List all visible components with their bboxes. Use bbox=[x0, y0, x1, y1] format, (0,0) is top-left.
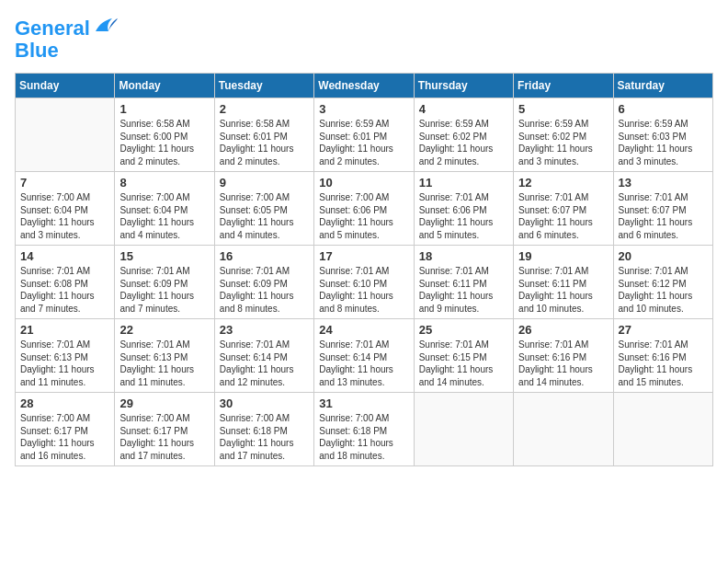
day-info: Sunrise: 7:01 AMSunset: 6:06 PMDaylight:… bbox=[419, 191, 508, 241]
calendar-week-row: 7Sunrise: 7:00 AMSunset: 6:04 PMDaylight… bbox=[16, 172, 713, 246]
day-info: Sunrise: 7:01 AMSunset: 6:09 PMDaylight:… bbox=[220, 265, 309, 315]
calendar-day-cell: 7Sunrise: 7:00 AMSunset: 6:04 PMDaylight… bbox=[16, 172, 115, 246]
day-number: 25 bbox=[419, 323, 508, 337]
calendar-day-cell: 16Sunrise: 7:01 AMSunset: 6:09 PMDayligh… bbox=[214, 246, 313, 319]
weekday-header-cell: Sunday bbox=[16, 74, 115, 98]
day-info: Sunrise: 7:00 AMSunset: 6:06 PMDaylight:… bbox=[319, 191, 408, 241]
calendar-day-cell: 23Sunrise: 7:01 AMSunset: 6:14 PMDayligh… bbox=[214, 319, 313, 393]
day-info: Sunrise: 7:00 AMSunset: 6:04 PMDaylight:… bbox=[119, 191, 209, 241]
calendar-day-cell: 17Sunrise: 7:01 AMSunset: 6:10 PMDayligh… bbox=[314, 246, 414, 319]
calendar-day-cell: 9Sunrise: 7:00 AMSunset: 6:05 PMDaylight… bbox=[214, 172, 313, 246]
logo-text: General bbox=[15, 15, 118, 40]
day-info: Sunrise: 7:01 AMSunset: 6:14 PMDaylight:… bbox=[220, 339, 309, 388]
weekday-header-cell: Thursday bbox=[414, 74, 513, 98]
calendar-day-cell bbox=[414, 393, 513, 466]
day-info: Sunrise: 7:01 AMSunset: 6:12 PMDaylight:… bbox=[619, 265, 708, 315]
day-info: Sunrise: 7:01 AMSunset: 6:10 PMDaylight:… bbox=[319, 265, 408, 315]
day-number: 16 bbox=[220, 249, 309, 263]
day-number: 11 bbox=[419, 176, 508, 190]
calendar-day-cell: 12Sunrise: 7:01 AMSunset: 6:07 PMDayligh… bbox=[514, 172, 613, 246]
day-info: Sunrise: 7:00 AMSunset: 6:17 PMDaylight:… bbox=[119, 412, 209, 462]
day-info: Sunrise: 7:01 AMSunset: 6:11 PMDaylight:… bbox=[419, 265, 508, 315]
day-number: 22 bbox=[119, 323, 209, 337]
calendar-day-cell bbox=[514, 393, 613, 466]
day-info: Sunrise: 7:01 AMSunset: 6:13 PMDaylight:… bbox=[119, 339, 209, 388]
day-number: 5 bbox=[518, 102, 608, 116]
calendar-day-cell: 6Sunrise: 6:59 AMSunset: 6:03 PMDaylight… bbox=[613, 98, 712, 172]
day-number: 9 bbox=[220, 176, 309, 190]
weekday-header-cell: Friday bbox=[514, 74, 613, 98]
calendar-body: 1Sunrise: 6:58 AMSunset: 6:00 PMDaylight… bbox=[16, 98, 713, 466]
calendar-day-cell bbox=[16, 98, 115, 172]
day-info: Sunrise: 7:01 AMSunset: 6:16 PMDaylight:… bbox=[619, 339, 708, 388]
calendar-day-cell: 1Sunrise: 6:58 AMSunset: 6:00 PMDaylight… bbox=[115, 98, 214, 172]
weekday-header-row: SundayMondayTuesdayWednesdayThursdayFrid… bbox=[16, 74, 713, 98]
day-number: 29 bbox=[119, 396, 209, 410]
calendar-day-cell: 29Sunrise: 7:00 AMSunset: 6:17 PMDayligh… bbox=[115, 393, 214, 466]
day-info: Sunrise: 6:59 AMSunset: 6:02 PMDaylight:… bbox=[419, 118, 508, 167]
day-number: 21 bbox=[20, 323, 109, 337]
day-info: Sunrise: 7:00 AMSunset: 6:18 PMDaylight:… bbox=[220, 412, 309, 462]
day-info: Sunrise: 7:01 AMSunset: 6:16 PMDaylight:… bbox=[518, 339, 608, 388]
calendar-day-cell: 18Sunrise: 7:01 AMSunset: 6:11 PMDayligh… bbox=[414, 246, 513, 319]
day-info: Sunrise: 6:59 AMSunset: 6:03 PMDaylight:… bbox=[619, 118, 708, 167]
calendar-day-cell: 10Sunrise: 7:00 AMSunset: 6:06 PMDayligh… bbox=[314, 172, 414, 246]
weekday-header-cell: Wednesday bbox=[314, 74, 414, 98]
day-info: Sunrise: 7:00 AMSunset: 6:18 PMDaylight:… bbox=[319, 412, 408, 462]
calendar-day-cell bbox=[613, 393, 712, 466]
day-info: Sunrise: 7:01 AMSunset: 6:07 PMDaylight:… bbox=[518, 191, 608, 241]
day-number: 2 bbox=[220, 102, 309, 116]
calendar-table: SundayMondayTuesdayWednesdayThursdayFrid… bbox=[15, 73, 713, 466]
calendar-day-cell: 5Sunrise: 6:59 AMSunset: 6:02 PMDaylight… bbox=[514, 98, 613, 172]
page-header: General Blue bbox=[15, 15, 713, 62]
day-info: Sunrise: 7:01 AMSunset: 6:07 PMDaylight:… bbox=[619, 191, 708, 241]
weekday-header-cell: Saturday bbox=[613, 74, 712, 98]
day-number: 14 bbox=[20, 249, 109, 263]
calendar-day-cell: 26Sunrise: 7:01 AMSunset: 6:16 PMDayligh… bbox=[514, 319, 613, 393]
day-number: 24 bbox=[319, 323, 408, 337]
calendar-day-cell: 27Sunrise: 7:01 AMSunset: 6:16 PMDayligh… bbox=[613, 319, 712, 393]
day-info: Sunrise: 7:01 AMSunset: 6:14 PMDaylight:… bbox=[319, 339, 408, 388]
calendar-day-cell: 4Sunrise: 6:59 AMSunset: 6:02 PMDaylight… bbox=[414, 98, 513, 172]
logo-bird-icon bbox=[92, 15, 118, 35]
calendar-day-cell: 21Sunrise: 7:01 AMSunset: 6:13 PMDayligh… bbox=[16, 319, 115, 393]
day-info: Sunrise: 7:01 AMSunset: 6:08 PMDaylight:… bbox=[20, 265, 109, 315]
day-info: Sunrise: 7:01 AMSunset: 6:15 PMDaylight:… bbox=[419, 339, 508, 388]
calendar-day-cell: 24Sunrise: 7:01 AMSunset: 6:14 PMDayligh… bbox=[314, 319, 414, 393]
weekday-header-cell: Monday bbox=[115, 74, 214, 98]
day-number: 17 bbox=[319, 249, 408, 263]
logo-text-blue: Blue bbox=[15, 40, 118, 62]
day-info: Sunrise: 6:58 AMSunset: 6:00 PMDaylight:… bbox=[119, 118, 209, 167]
day-info: Sunrise: 6:58 AMSunset: 6:01 PMDaylight:… bbox=[220, 118, 309, 167]
calendar-day-cell: 8Sunrise: 7:00 AMSunset: 6:04 PMDaylight… bbox=[115, 172, 214, 246]
day-number: 18 bbox=[419, 249, 508, 263]
day-number: 10 bbox=[319, 176, 408, 190]
calendar-day-cell: 2Sunrise: 6:58 AMSunset: 6:01 PMDaylight… bbox=[214, 98, 313, 172]
day-number: 19 bbox=[518, 249, 608, 263]
day-number: 27 bbox=[619, 323, 708, 337]
day-info: Sunrise: 7:01 AMSunset: 6:13 PMDaylight:… bbox=[20, 339, 109, 388]
day-number: 12 bbox=[518, 176, 608, 190]
day-number: 31 bbox=[319, 396, 408, 410]
day-info: Sunrise: 7:00 AMSunset: 6:17 PMDaylight:… bbox=[20, 412, 109, 462]
calendar-day-cell: 11Sunrise: 7:01 AMSunset: 6:06 PMDayligh… bbox=[414, 172, 513, 246]
calendar-day-cell: 28Sunrise: 7:00 AMSunset: 6:17 PMDayligh… bbox=[16, 393, 115, 466]
calendar-day-cell: 15Sunrise: 7:01 AMSunset: 6:09 PMDayligh… bbox=[115, 246, 214, 319]
calendar-week-row: 28Sunrise: 7:00 AMSunset: 6:17 PMDayligh… bbox=[16, 393, 713, 466]
calendar-day-cell: 3Sunrise: 6:59 AMSunset: 6:01 PMDaylight… bbox=[314, 98, 414, 172]
day-info: Sunrise: 7:01 AMSunset: 6:09 PMDaylight:… bbox=[119, 265, 209, 315]
day-number: 28 bbox=[20, 396, 109, 410]
day-info: Sunrise: 7:00 AMSunset: 6:04 PMDaylight:… bbox=[20, 191, 109, 241]
day-number: 23 bbox=[220, 323, 309, 337]
day-number: 6 bbox=[619, 102, 708, 116]
day-number: 30 bbox=[220, 396, 309, 410]
calendar-day-cell: 30Sunrise: 7:00 AMSunset: 6:18 PMDayligh… bbox=[214, 393, 313, 466]
calendar-day-cell: 22Sunrise: 7:01 AMSunset: 6:13 PMDayligh… bbox=[115, 319, 214, 393]
day-number: 15 bbox=[119, 249, 209, 263]
day-number: 1 bbox=[119, 102, 209, 116]
calendar-day-cell: 20Sunrise: 7:01 AMSunset: 6:12 PMDayligh… bbox=[613, 246, 712, 319]
day-info: Sunrise: 6:59 AMSunset: 6:02 PMDaylight:… bbox=[518, 118, 608, 167]
day-number: 8 bbox=[119, 176, 209, 190]
day-number: 26 bbox=[518, 323, 608, 337]
day-number: 4 bbox=[419, 102, 508, 116]
